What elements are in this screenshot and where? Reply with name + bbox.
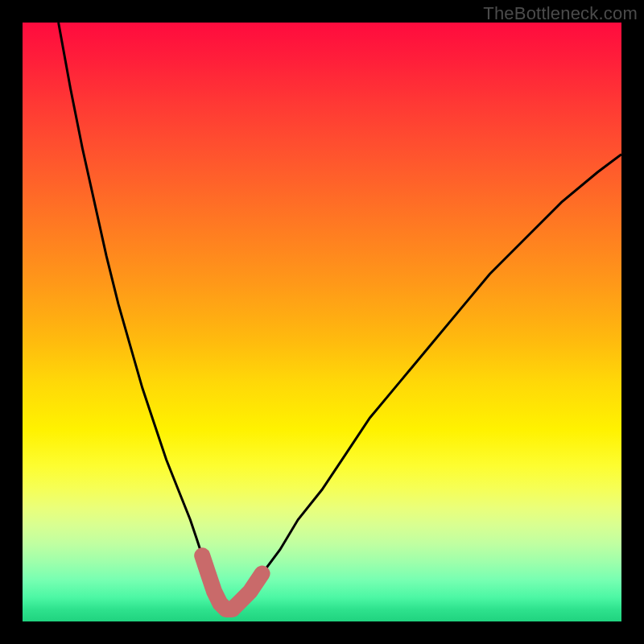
curve-left-branch [59,23,226,609]
optimal-extra-dot [255,567,270,581]
chart-frame [23,23,621,621]
curve-right-branch [226,155,621,609]
watermark-text: TheBottleneck.com [483,3,638,24]
optimal-band [202,555,262,609]
optimal-markers [202,555,269,609]
bottleneck-curve [23,23,621,621]
